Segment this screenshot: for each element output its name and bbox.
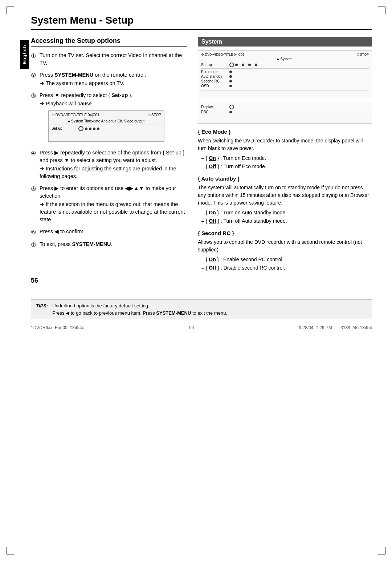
second-rc-bullets: { On } : Enable second RC control. { Off…: [198, 256, 372, 272]
tips-bar: TIPS: Underlined option is the factory d…: [31, 299, 372, 319]
system-diagram-1: ⊙ DVD-VIDEO-TITLE 04|C01 □ STOP ▸ System…: [198, 50, 372, 97]
step-5-number: ⑤: [31, 185, 37, 193]
step-4: ④ Press ▶ repeatedly to select one of th…: [31, 149, 187, 180]
right-column: System ⊙ DVD-VIDEO-TITLE 04|C01 □ STOP ▸…: [198, 37, 372, 275]
screen-setup-icon: [78, 126, 83, 131]
second-rc-description: Allows you to control the DVD recorder w…: [198, 238, 372, 254]
second-rc-bullet-1: { On } : Enable second RC control.: [201, 256, 372, 263]
page-title: System Menu - Setup: [31, 15, 372, 30]
footer-right: 9/28/04, 1:26 PM 3139 246 13454: [299, 325, 372, 330]
step-7-number: ⑦: [31, 241, 37, 249]
auto-standby-title: { Auto standby }: [198, 175, 372, 182]
second-rc-section: { Second RC } Allows you to control the …: [198, 230, 372, 272]
step-4-text: Press ▶ repeatedly to select one of the …: [40, 150, 185, 163]
eco-mode-bullet-1: { On } : Turn on Eco mode.: [201, 154, 372, 162]
eco-mode-section: { Eco Mode } When switching the DVD reco…: [198, 129, 372, 170]
step-3-text: Press ▼ repeatedly to select { Set-up }.: [40, 92, 132, 98]
step-3-arrow: ➜ Playback will pause.: [40, 100, 187, 108]
step-5-text: Press ▶ to enter its options and use ◀▶▲…: [40, 185, 176, 199]
footer-center: 56: [189, 325, 194, 330]
step-1-text: Turn on the TV set. Select the correct V…: [40, 52, 182, 66]
step-1: ① Turn on the TV set. Select the correct…: [31, 52, 187, 67]
step-1-number: ①: [31, 52, 37, 60]
right-section-heading: System: [198, 37, 372, 47]
diagram-display-icon: [229, 105, 234, 109]
auto-standby-bullet-1: { On } : Turn on Auto standby mode.: [201, 209, 372, 217]
page-number: 56: [31, 277, 372, 284]
left-section-heading: Accessing the Setup options: [31, 37, 187, 47]
step-6-number: ⑥: [31, 228, 37, 236]
auto-standby-bullets: { On } : Turn on Auto standby mode. { Of…: [198, 209, 372, 225]
page-footer: 1DVDR6xx_Eng00_13454c 56 9/28/04, 1:26 P…: [31, 325, 372, 330]
step-4-number: ④: [31, 149, 37, 157]
tips-line1: Underlined option is the factory default…: [52, 302, 227, 310]
step-2-number: ②: [31, 71, 37, 80]
auto-standby-bullet-2: { Off } : Turn off Auto standby mode.: [201, 217, 372, 225]
step-3: ③ Press ▼ repeatedly to select { Set-up …: [31, 92, 187, 145]
step-6: ⑥ Press ◀ to confirm.: [31, 228, 187, 236]
eco-mode-description: When switching the DVD recorder to stand…: [198, 137, 372, 152]
screen-mockup-step3: ⊙ DVD-VIDEO-TITLE 04|C01 □ STOP ▸ System…: [48, 110, 164, 142]
step-2: ② Press SYSTEM-MENU on the remote contro…: [31, 71, 187, 87]
diagram-setup-icon: [229, 62, 234, 67]
step-5: ⑤ Press ▶ to enter its options and use ◀…: [31, 185, 187, 223]
step-7: ⑦ To exit, press SYSTEM-MENU.: [31, 241, 187, 249]
second-rc-bullet-2: { Off } : Disable second RC control.: [201, 264, 372, 272]
tips-label: TIPS:: [36, 302, 48, 316]
step-2-arrow: ➜ The system menu appears on TV.: [40, 80, 187, 87]
second-rc-title: { Second RC }: [198, 230, 372, 236]
steps-list: ① Turn on the TV set. Select the correct…: [31, 52, 187, 249]
tips-line2: Press ◀ to go back to previous menu item…: [52, 310, 227, 317]
eco-mode-title: { Eco Mode }: [198, 129, 372, 135]
eco-mode-bullet-2: { Off } : Turn off Eco mode.: [201, 163, 372, 170]
step-3-number: ③: [31, 92, 37, 100]
step-7-text: To exit, press SYSTEM-MENU.: [40, 241, 113, 247]
footer-left: 1DVDR6xx_Eng00_13454c: [31, 325, 84, 330]
system-diagram-2: Display PBC: [198, 102, 372, 124]
step-4-arrow: ➜ Instructions for adjusting the setting…: [40, 165, 187, 180]
eco-mode-bullets: { On } : Turn on Eco mode. { Off } : Tur…: [198, 154, 372, 170]
auto-standby-description: The system will automatically turn on to…: [198, 184, 372, 207]
step-2-text: Press SYSTEM-MENU on the remote control.: [40, 72, 146, 78]
step-5-arrow: ➜ If the selection in the menu is greyed…: [40, 201, 187, 223]
step-6-text: Press ◀ to confirm.: [40, 229, 85, 234]
auto-standby-section: { Auto standby } The system will automat…: [198, 175, 372, 225]
left-column: Accessing the Setup options ① Turn on th…: [31, 37, 187, 275]
corner-mark-br: [378, 547, 385, 554]
corner-mark-bl: [7, 547, 14, 554]
